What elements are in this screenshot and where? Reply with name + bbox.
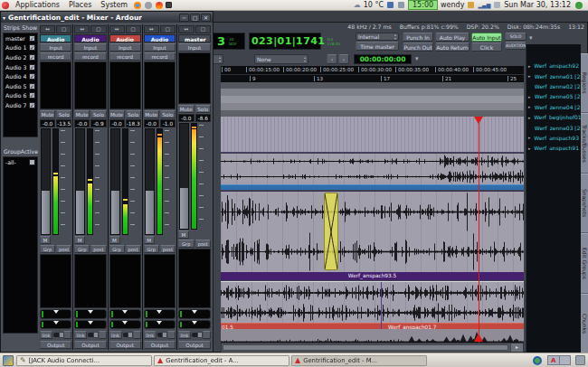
pan-link-button[interactable]: link <box>109 331 122 339</box>
pan-slider[interactable] <box>109 320 141 330</box>
show-checkbox[interactable]: ✓ <box>29 83 35 89</box>
show-checkbox[interactable]: ✓ <box>29 92 35 99</box>
click-button[interactable]: Click <box>471 42 502 52</box>
meter-point-button[interactable]: post <box>90 245 106 253</box>
strip-name-button[interactable]: Audio 2 <box>74 34 106 42</box>
group-button[interactable]: Grp <box>178 240 194 248</box>
gain-fader[interactable] <box>41 128 51 235</box>
record-button[interactable]: record <box>144 52 175 61</box>
peak-display[interactable]: -0.9 <box>90 119 106 127</box>
strips-column-header[interactable]: Strips <box>4 24 20 31</box>
secondary-clock[interactable]: 023|01|1741 4|4 128.00 <box>249 33 321 50</box>
solo-button[interactable]: Solo <box>160 110 175 118</box>
peak-display[interactable]: -1.0 <box>160 119 175 127</box>
record-button[interactable]: record <box>109 52 141 61</box>
pan-automation-button[interactable] <box>99 331 107 339</box>
close-icon[interactable]: ✕ <box>201 14 211 22</box>
volume-icon[interactable] <box>494 2 500 8</box>
strip-name-button[interactable]: Audio 3 <box>109 34 141 42</box>
strip-hide-button[interactable]: ▢ <box>195 25 212 33</box>
audition-indicator-button[interactable]: AUDITION <box>505 42 526 50</box>
input-button[interactable]: Input <box>144 43 175 52</box>
record-button[interactable]: record <box>40 52 71 61</box>
pan-width-slider[interactable] <box>53 333 62 337</box>
pan-width-slider[interactable] <box>88 333 97 337</box>
pan-link-button[interactable]: link <box>40 331 52 339</box>
peak-display[interactable]: -18.3 <box>126 119 141 127</box>
pan-automation-button[interactable] <box>133 331 141 339</box>
gain-fader[interactable] <box>179 123 189 230</box>
pan-slider[interactable] <box>40 309 71 319</box>
mute-button[interactable]: Mute <box>178 105 194 113</box>
time-master-button[interactable]: Time master <box>356 42 399 51</box>
gain-display[interactable]: -0.0 <box>178 114 194 122</box>
minimize-icon[interactable]: ─ <box>179 14 189 22</box>
side-tab[interactable]: Tracks/Busses <box>581 113 588 173</box>
processor-box[interactable] <box>109 61 141 109</box>
window-menu-icon[interactable]: ▾ <box>3 14 5 21</box>
mute-button[interactable]: Mute <box>74 110 90 118</box>
region-list-item[interactable]: ▸ Werf_anspach93 [2] <box>526 133 581 143</box>
strip-name-button[interactable]: master <box>178 34 211 42</box>
distro-logo-icon[interactable] <box>2 2 9 9</box>
strip-hide-button[interactable]: ▢ <box>56 25 71 33</box>
pan-automation-button[interactable] <box>167 331 175 339</box>
tempo-marker-ruler[interactable] <box>221 89 524 96</box>
workspace-2[interactable] <box>560 356 571 364</box>
input-button[interactable]: Input <box>40 43 71 52</box>
output-button[interactable]: Output <box>144 341 175 349</box>
auto-play-button[interactable]: Auto Play <box>435 33 469 42</box>
expand-arrow-icon[interactable]: ▸ <box>528 115 532 120</box>
solo-button[interactable]: Solo <box>126 110 141 118</box>
notification-icon[interactable] <box>533 356 542 365</box>
meter-point-button[interactable]: post <box>195 240 212 248</box>
region-list-item[interactable]: ▸ Werf_zenne05 [2] <box>526 91 581 101</box>
meter-point-button[interactable]: post <box>126 245 141 253</box>
nav-prev-button[interactable]: ‹ <box>327 54 337 64</box>
solo-indicator-button[interactable]: SOLO <box>505 33 526 41</box>
gain-fader[interactable] <box>75 128 85 235</box>
peak-display[interactable]: -8.6 <box>195 114 212 122</box>
gain-fader[interactable] <box>145 128 155 235</box>
pan-width-slider[interactable] <box>192 333 202 337</box>
gain-automation-button[interactable]: M <box>74 236 85 244</box>
gain-display[interactable]: -0.0 <box>40 119 55 127</box>
bars-beats-ruler[interactable]: 9 13 17 21 25 <box>221 74 524 82</box>
menu-applications[interactable]: Applications <box>11 1 64 9</box>
active-checkbox[interactable] <box>29 159 35 165</box>
punch-in-button[interactable]: Punch In <box>403 33 433 42</box>
strip-hide-button[interactable]: ▢ <box>126 25 141 33</box>
show-checkbox[interactable]: ✓ <box>29 102 35 108</box>
edit-point-dropdown[interactable]: ▴▾ <box>213 54 223 64</box>
side-tab[interactable]: Chunks <box>581 294 588 353</box>
auto-input-button[interactable]: Auto Input <box>471 33 502 42</box>
group-button[interactable]: Grp <box>74 245 90 253</box>
horizontal-scrollbar[interactable]: ▸ <box>221 343 524 353</box>
gain-automation-button[interactable]: M <box>178 231 189 239</box>
row2-expander-icon[interactable]: ▾ <box>415 55 419 62</box>
output-button[interactable]: Output <box>178 341 211 349</box>
meter-point-button[interactable]: post <box>160 245 175 253</box>
expand-arrow-icon[interactable]: ▸ <box>528 135 532 140</box>
strip-list-item[interactable]: Audio 5 ✓ <box>4 81 37 91</box>
pan-width-slider[interactable] <box>157 333 166 337</box>
auto-return-button[interactable]: Auto Return <box>435 42 469 52</box>
workspace-switcher[interactable]: A <box>547 355 571 365</box>
strip-list-item[interactable]: Audio 1 ✓ <box>4 43 37 53</box>
post-fader-processor-box[interactable] <box>109 254 141 308</box>
meter-marker-ruler[interactable] <box>221 82 524 89</box>
region-list-item[interactable]: Werf_zenne03 [2] <box>526 122 581 132</box>
menu-places[interactable]: Places <box>64 1 96 9</box>
playhead-marker-top-icon[interactable] <box>474 117 483 124</box>
post-fader-processor-box[interactable] <box>178 249 211 308</box>
mute-button[interactable]: Mute <box>109 110 125 118</box>
processor-box[interactable] <box>178 52 211 104</box>
task-button[interactable]: ▲ Gentrification_edit - A... <box>154 355 289 366</box>
pan-slider[interactable] <box>74 320 106 330</box>
signal-strength-icon[interactable]: ▂▄▆ <box>478 2 490 8</box>
solo-button[interactable]: Solo <box>195 105 212 113</box>
session-icon[interactable] <box>575 2 583 9</box>
pan-slider[interactable] <box>144 309 175 319</box>
expand-arrow-icon[interactable]: ▸ <box>528 73 533 79</box>
firefox-launcher-icon[interactable] <box>134 2 141 9</box>
